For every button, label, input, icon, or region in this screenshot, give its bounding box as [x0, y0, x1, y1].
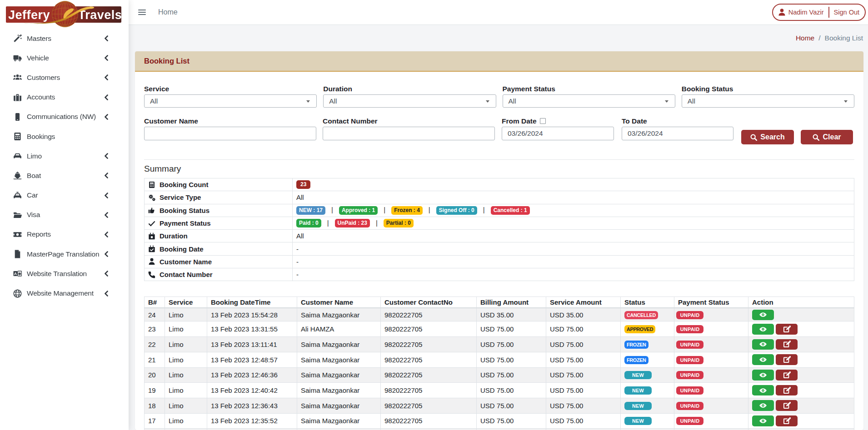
- svg-text:A: A: [14, 272, 17, 276]
- svg-text:✱: ✱: [18, 272, 21, 276]
- svg-text:Jeffery: Jeffery: [8, 8, 50, 22]
